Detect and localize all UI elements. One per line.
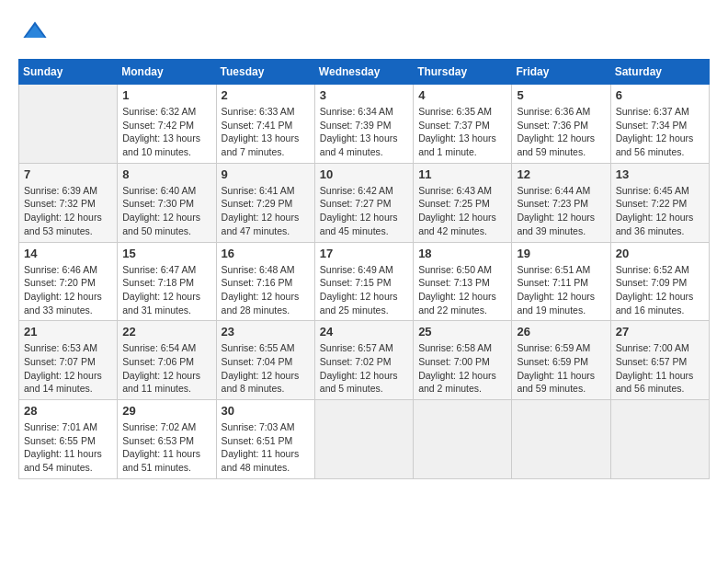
weekday-header-monday: Monday	[118, 60, 216, 85]
weekday-header-wednesday: Wednesday	[314, 60, 413, 85]
weekday-header-thursday: Thursday	[414, 60, 512, 85]
day-number: 25	[418, 325, 506, 339]
day-number: 4	[418, 88, 506, 102]
calendar-cell: 2Sunrise: 6:33 AMSunset: 7:41 PMDaylight…	[216, 85, 314, 164]
calendar-cell: 17Sunrise: 6:49 AMSunset: 7:15 PMDayligh…	[314, 242, 413, 321]
day-number: 1	[122, 88, 210, 102]
day-number: 21	[24, 325, 112, 339]
calendar-cell: 13Sunrise: 6:45 AMSunset: 7:22 PMDayligh…	[610, 163, 709, 242]
calendar-cell: 1Sunrise: 6:32 AMSunset: 7:42 PMDaylight…	[118, 85, 216, 164]
calendar-cell: 25Sunrise: 6:58 AMSunset: 7:00 PMDayligh…	[414, 321, 512, 400]
day-info: Sunrise: 7:02 AMSunset: 6:53 PMDaylight:…	[122, 420, 210, 475]
calendar-cell: 23Sunrise: 6:55 AMSunset: 7:04 PMDayligh…	[216, 321, 314, 400]
day-number: 18	[418, 247, 506, 260]
day-info: Sunrise: 6:52 AMSunset: 7:09 PMDaylight:…	[616, 263, 704, 317]
day-info: Sunrise: 7:01 AMSunset: 6:55 PMDaylight:…	[24, 420, 112, 475]
day-number: 27	[616, 325, 704, 339]
day-number: 11	[418, 167, 506, 181]
calendar-cell: 18Sunrise: 6:50 AMSunset: 7:13 PMDayligh…	[414, 242, 512, 321]
day-info: Sunrise: 6:46 AMSunset: 7:20 PMDaylight:…	[24, 263, 112, 317]
calendar-cell: 10Sunrise: 6:42 AMSunset: 7:27 PMDayligh…	[314, 163, 413, 242]
calendar-cell: 26Sunrise: 6:59 AMSunset: 6:59 PMDayligh…	[512, 321, 610, 400]
day-info: Sunrise: 6:55 AMSunset: 7:04 PMDaylight:…	[222, 341, 310, 396]
logo	[18, 18, 48, 44]
calendar-cell: 14Sunrise: 6:46 AMSunset: 7:20 PMDayligh…	[19, 242, 118, 321]
day-number: 8	[122, 167, 210, 181]
day-info: Sunrise: 6:44 AMSunset: 7:23 PMDaylight:…	[517, 184, 605, 238]
day-number: 20	[616, 247, 704, 260]
day-number: 22	[122, 325, 210, 339]
day-info: Sunrise: 6:54 AMSunset: 7:06 PMDaylight:…	[122, 341, 210, 396]
calendar-cell: 30Sunrise: 7:03 AMSunset: 6:51 PMDayligh…	[216, 400, 314, 479]
week-row-0: 1Sunrise: 6:32 AMSunset: 7:42 PMDaylight…	[19, 85, 710, 164]
day-info: Sunrise: 6:45 AMSunset: 7:22 PMDaylight:…	[616, 184, 704, 238]
weekday-header-saturday: Saturday	[610, 60, 709, 85]
weekday-header-row: SundayMondayTuesdayWednesdayThursdayFrid…	[19, 60, 710, 85]
day-info: Sunrise: 6:57 AMSunset: 7:02 PMDaylight:…	[320, 341, 408, 396]
day-info: Sunrise: 6:49 AMSunset: 7:15 PMDaylight:…	[320, 263, 408, 317]
weekday-header-sunday: Sunday	[19, 60, 118, 85]
day-number: 16	[222, 247, 310, 260]
calendar-cell: 28Sunrise: 7:01 AMSunset: 6:55 PMDayligh…	[19, 400, 118, 479]
logo-icon	[22, 18, 48, 44]
calendar-table: SundayMondayTuesdayWednesdayThursdayFrid…	[18, 59, 710, 479]
day-number: 5	[517, 88, 605, 102]
day-info: Sunrise: 6:34 AMSunset: 7:39 PMDaylight:…	[320, 105, 408, 159]
calendar-cell	[610, 400, 709, 479]
day-info: Sunrise: 6:35 AMSunset: 7:37 PMDaylight:…	[418, 105, 506, 159]
calendar-cell: 7Sunrise: 6:39 AMSunset: 7:32 PMDaylight…	[19, 163, 118, 242]
calendar-cell: 22Sunrise: 6:54 AMSunset: 7:06 PMDayligh…	[118, 321, 216, 400]
day-info: Sunrise: 6:51 AMSunset: 7:11 PMDaylight:…	[517, 263, 605, 317]
day-number: 28	[24, 404, 112, 418]
day-info: Sunrise: 6:39 AMSunset: 7:32 PMDaylight:…	[24, 184, 112, 238]
day-info: Sunrise: 6:37 AMSunset: 7:34 PMDaylight:…	[616, 105, 704, 159]
day-info: Sunrise: 6:41 AMSunset: 7:29 PMDaylight:…	[222, 184, 310, 238]
day-info: Sunrise: 7:03 AMSunset: 6:51 PMDaylight:…	[222, 420, 310, 475]
day-number: 12	[517, 167, 605, 181]
calendar-cell: 20Sunrise: 6:52 AMSunset: 7:09 PMDayligh…	[610, 242, 709, 321]
weekday-header-friday: Friday	[512, 60, 610, 85]
day-info: Sunrise: 6:40 AMSunset: 7:30 PMDaylight:…	[122, 184, 210, 238]
calendar-cell	[414, 400, 512, 479]
day-number: 10	[320, 167, 408, 181]
calendar-cell: 4Sunrise: 6:35 AMSunset: 7:37 PMDaylight…	[414, 85, 512, 164]
day-number: 26	[517, 325, 605, 339]
calendar-cell: 3Sunrise: 6:34 AMSunset: 7:39 PMDaylight…	[314, 85, 413, 164]
day-number: 19	[517, 247, 605, 260]
calendar-cell: 16Sunrise: 6:48 AMSunset: 7:16 PMDayligh…	[216, 242, 314, 321]
day-number: 6	[616, 88, 704, 102]
week-row-2: 14Sunrise: 6:46 AMSunset: 7:20 PMDayligh…	[19, 242, 710, 321]
day-number: 9	[222, 167, 310, 181]
day-number: 24	[320, 325, 408, 339]
week-row-3: 21Sunrise: 6:53 AMSunset: 7:07 PMDayligh…	[19, 321, 710, 400]
calendar-cell: 15Sunrise: 6:47 AMSunset: 7:18 PMDayligh…	[118, 242, 216, 321]
calendar-cell: 29Sunrise: 7:02 AMSunset: 6:53 PMDayligh…	[118, 400, 216, 479]
day-info: Sunrise: 6:32 AMSunset: 7:42 PMDaylight:…	[122, 105, 210, 159]
weekday-header-tuesday: Tuesday	[216, 60, 314, 85]
week-row-4: 28Sunrise: 7:01 AMSunset: 6:55 PMDayligh…	[19, 400, 710, 479]
calendar-cell	[512, 400, 610, 479]
calendar-cell: 8Sunrise: 6:40 AMSunset: 7:30 PMDaylight…	[118, 163, 216, 242]
day-info: Sunrise: 6:48 AMSunset: 7:16 PMDaylight:…	[222, 263, 310, 317]
calendar-cell	[19, 85, 118, 164]
day-number: 13	[616, 167, 704, 181]
day-info: Sunrise: 6:59 AMSunset: 6:59 PMDaylight:…	[517, 341, 605, 396]
day-info: Sunrise: 6:42 AMSunset: 7:27 PMDaylight:…	[320, 184, 408, 238]
day-info: Sunrise: 6:33 AMSunset: 7:41 PMDaylight:…	[222, 105, 310, 159]
calendar-cell: 6Sunrise: 6:37 AMSunset: 7:34 PMDaylight…	[610, 85, 709, 164]
day-number: 29	[122, 404, 210, 418]
calendar-cell: 24Sunrise: 6:57 AMSunset: 7:02 PMDayligh…	[314, 321, 413, 400]
calendar-cell: 5Sunrise: 6:36 AMSunset: 7:36 PMDaylight…	[512, 85, 610, 164]
calendar-cell: 21Sunrise: 6:53 AMSunset: 7:07 PMDayligh…	[19, 321, 118, 400]
day-number: 15	[122, 247, 210, 260]
day-info: Sunrise: 6:50 AMSunset: 7:13 PMDaylight:…	[418, 263, 506, 317]
calendar-cell: 11Sunrise: 6:43 AMSunset: 7:25 PMDayligh…	[414, 163, 512, 242]
day-info: Sunrise: 7:00 AMSunset: 6:57 PMDaylight:…	[616, 341, 704, 396]
page-header	[18, 18, 710, 44]
week-row-1: 7Sunrise: 6:39 AMSunset: 7:32 PMDaylight…	[19, 163, 710, 242]
calendar-cell: 27Sunrise: 7:00 AMSunset: 6:57 PMDayligh…	[610, 321, 709, 400]
day-number: 2	[222, 88, 310, 102]
day-info: Sunrise: 6:36 AMSunset: 7:36 PMDaylight:…	[517, 105, 605, 159]
calendar-cell	[314, 400, 413, 479]
calendar-cell: 19Sunrise: 6:51 AMSunset: 7:11 PMDayligh…	[512, 242, 610, 321]
